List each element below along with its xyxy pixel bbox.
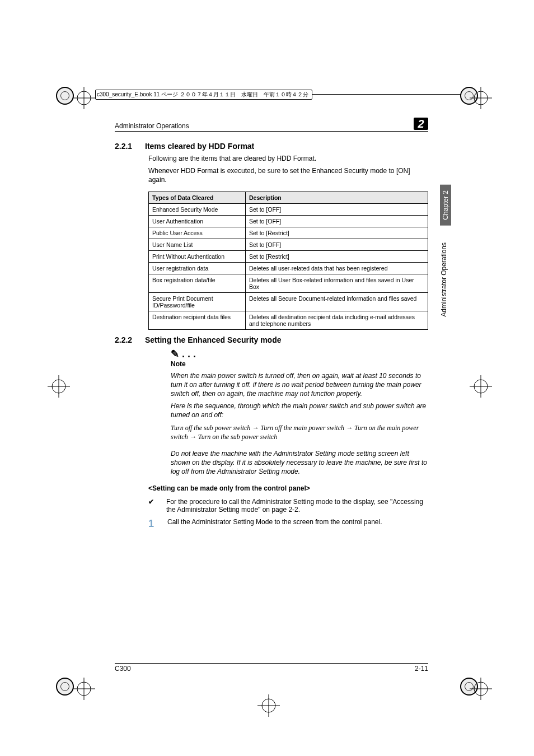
table-row: User registration dataDeletes all user-r… (149, 262, 428, 274)
crosshair-icon (470, 678, 492, 700)
table-row: Public User AccessSet to [Restrict] (149, 227, 428, 239)
table-row: Secure Print Document ID/Password/fileDe… (149, 292, 428, 311)
check-icon: ✔ (148, 498, 154, 506)
crosshair-icon (470, 87, 492, 109)
table-cell: Set to [Restrict] (246, 250, 428, 262)
crosshair-icon (73, 87, 95, 109)
note-text: Here is the sequence, through which the … (171, 402, 428, 419)
heading-number: 2.2.1 (115, 142, 137, 151)
bullet-row: ✔ For the procedure to call the Administ… (148, 498, 428, 514)
table-cell: Print Without Authentication (149, 250, 246, 262)
sub-heading: <Setting can be made only from the contr… (148, 484, 428, 493)
table-cell: User Name List (149, 239, 246, 250)
table-cell: Destination recipient data files (149, 311, 246, 329)
section-tab: Administrator Operations (440, 242, 448, 317)
table-cell: Enhanced Security Mode (149, 203, 246, 215)
side-tab: Chapter 2 Administrator Operations (440, 185, 451, 316)
table-row: Print Without AuthenticationSet to [Rest… (149, 250, 428, 262)
paragraph: Following are the items that are cleared… (148, 154, 428, 163)
crosshair-icon (470, 375, 492, 398)
page-footer: C300 2-11 (115, 663, 428, 673)
table-header-row: Types of Data Cleared Description (149, 192, 428, 203)
table-cell: Set to [OFF] (246, 203, 428, 215)
registration-mark (56, 87, 74, 105)
running-head: Administrator Operations 2 (115, 118, 428, 132)
table-header: Description (246, 192, 428, 203)
registration-mark (56, 678, 74, 696)
table-cell: Set to [OFF] (246, 239, 428, 250)
table-cell: Deletes all user-related data that has b… (246, 262, 428, 274)
running-head-title: Administrator Operations (115, 122, 189, 130)
paragraph: Whenever HDD Format is executed, be sure… (148, 166, 428, 184)
table-cell: Set to [Restrict] (246, 227, 428, 239)
table-row: User Name ListSet to [OFF] (149, 239, 428, 250)
table-cell: Deletes all destination recipient data i… (246, 311, 428, 329)
note-label: Note (171, 360, 428, 368)
table-cell: Deletes all Secure Document-related info… (246, 292, 428, 311)
step-text: Call the Administrator Setting Mode to t… (167, 518, 382, 526)
table-row: Destination recipient data filesDeletes … (149, 311, 428, 329)
footer-model: C300 (115, 665, 131, 673)
table-row: Box registration data/fileDeletes all Us… (149, 274, 428, 292)
chapter-badge: 2 (414, 118, 428, 130)
heading-title: Setting the Enhanced Security mode (145, 335, 282, 344)
hdd-format-table: Types of Data Cleared Description Enhanc… (148, 192, 428, 330)
note-icon: ✎ . . . (171, 348, 428, 360)
chapter-tab: Chapter 2 (440, 185, 451, 226)
table-cell: User registration data (149, 262, 246, 274)
table-header: Types of Data Cleared (149, 192, 246, 203)
step-row: 1 Call the Administrator Setting Mode to… (148, 518, 428, 530)
table-row: User AuthenticationSet to [OFF] (149, 215, 428, 227)
footer-page-number: 2-11 (415, 665, 428, 673)
table-cell: Set to [OFF] (246, 215, 428, 227)
table-cell: User Authentication (149, 215, 246, 227)
table-cell: Secure Print Document ID/Password/file (149, 292, 246, 311)
note-text: Turn off the sub power switch → Turn off… (171, 423, 428, 441)
heading-221: 2.2.1 Items cleared by HDD Format (115, 142, 428, 151)
crosshair-icon (73, 678, 95, 700)
heading-number: 2.2.2 (115, 335, 137, 344)
table-row: Enhanced Security ModeSet to [OFF] (149, 203, 428, 215)
bullet-text: For the procedure to call the Administra… (166, 498, 428, 514)
prepress-header: c300_security_E.book 11 ページ ２００７年４月１１日 水… (95, 90, 312, 100)
heading-title: Items cleared by HDD Format (145, 142, 254, 151)
step-number: 1 (148, 518, 158, 530)
note-text: Do not leave the machine with the Admini… (171, 449, 428, 477)
heading-222: 2.2.2 Setting the Enhanced Security mode (115, 335, 428, 344)
table-cell: Box registration data/file (149, 274, 246, 292)
crosshair-icon (48, 375, 70, 398)
table-cell: Public User Access (149, 227, 246, 239)
crosshair-icon (257, 694, 280, 717)
note-text: When the main power switch is turned off… (171, 371, 428, 399)
table-cell: Deletes all User Box-related information… (246, 274, 428, 292)
